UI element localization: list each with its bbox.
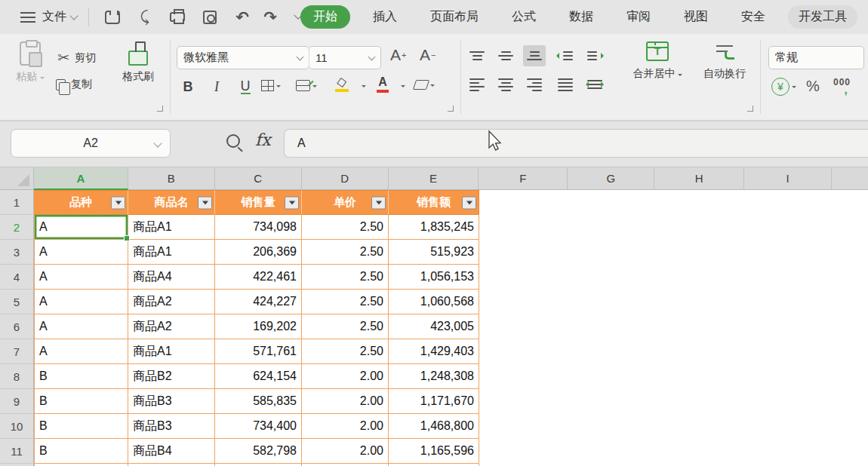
cell[interactable]: 2.50 xyxy=(302,290,389,314)
cell[interactable]: 206,369 xyxy=(215,240,302,265)
print-preview-icon[interactable] xyxy=(200,0,220,34)
cell[interactable]: 商品B3 xyxy=(128,389,215,414)
column-header-h[interactable]: H xyxy=(654,167,744,190)
cell[interactable]: 624,154 xyxy=(215,364,302,389)
row-header-1[interactable]: 1 xyxy=(0,190,34,215)
decrease-indent-button[interactable] xyxy=(554,45,577,66)
header-cell-price[interactable]: 单价 xyxy=(302,190,389,215)
cell[interactable]: 422,461 xyxy=(215,265,302,290)
column-header-c[interactable]: C xyxy=(215,167,302,190)
cell[interactable]: 2.50 xyxy=(302,339,389,364)
cell[interactable]: 2.50 xyxy=(302,215,389,240)
cell-a2-selected[interactable]: A xyxy=(34,215,128,240)
font-name-select[interactable]: 微软雅黑 xyxy=(177,46,309,69)
cell[interactable]: A xyxy=(34,265,128,290)
column-header-g[interactable]: G xyxy=(568,167,654,190)
cell[interactable]: 582,798 xyxy=(215,439,302,464)
filter-button[interactable] xyxy=(111,196,125,209)
select-all-corner[interactable] xyxy=(0,167,34,190)
cell[interactable]: 2.50 xyxy=(302,240,389,265)
cell[interactable]: 2.00 xyxy=(302,439,389,464)
file-chevron-icon[interactable] xyxy=(71,0,77,34)
save-icon[interactable] xyxy=(103,0,122,34)
cell[interactable]: 商品A2 xyxy=(128,290,215,314)
row-header-10[interactable]: 10 xyxy=(0,414,34,439)
cell[interactable]: 商品A1 xyxy=(128,339,215,364)
tab-insert[interactable]: 插入 xyxy=(362,5,408,29)
cell[interactable]: 1,835,245 xyxy=(389,215,479,240)
cut-button[interactable]: ✂ 剪切 xyxy=(57,49,96,66)
row-header-3[interactable]: 3 xyxy=(0,240,34,265)
print-icon[interactable] xyxy=(168,0,187,34)
cell[interactable]: 571,761 xyxy=(215,339,302,364)
column-header-d[interactable]: D xyxy=(302,167,389,190)
filter-button[interactable] xyxy=(371,196,386,209)
row-header-6[interactable]: 6 xyxy=(0,314,34,339)
fill-color-button[interactable]: ◇ xyxy=(335,75,349,92)
cell[interactable]: 2.00 xyxy=(302,414,389,439)
row-header-7[interactable]: 7 xyxy=(0,339,34,364)
currency-button[interactable]: ¥ xyxy=(771,78,796,96)
row-header-11[interactable]: 11 xyxy=(0,439,34,464)
row-header-4[interactable]: 4 xyxy=(0,265,34,290)
font-size-select[interactable]: 11 xyxy=(309,46,381,69)
cell[interactable]: A xyxy=(34,290,128,314)
align-middle-button[interactable] xyxy=(494,45,517,66)
cell[interactable]: 515,923 xyxy=(389,240,479,265)
fill-color-dropdown[interactable] xyxy=(399,84,405,88)
cell[interactable]: 商品A1 xyxy=(128,215,215,240)
comma-style-button[interactable]: 000, xyxy=(833,78,851,93)
cell[interactable]: 1,056,153 xyxy=(389,265,479,290)
tab-security[interactable]: 安全 xyxy=(731,5,776,29)
merge-center-button[interactable]: T 合并居中 xyxy=(625,41,690,81)
cell[interactable]: 1,060,568 xyxy=(389,290,479,314)
cell[interactable]: 734,098 xyxy=(215,215,302,240)
cell[interactable]: B xyxy=(34,364,128,389)
percent-button[interactable]: % xyxy=(806,78,820,95)
row-header-8[interactable]: 8 xyxy=(0,364,34,389)
cell[interactable]: B xyxy=(34,389,128,414)
tab-formulas[interactable]: 公式 xyxy=(501,5,546,29)
cell[interactable]: 商品B3 xyxy=(128,414,215,439)
cell[interactable]: 423,005 xyxy=(389,314,479,339)
alignment-dialog-launcher[interactable] xyxy=(747,106,753,112)
italic-button[interactable]: I xyxy=(202,74,231,100)
cell[interactable]: A xyxy=(34,339,128,364)
undo-icon[interactable]: ↶ xyxy=(232,0,252,34)
bold-button[interactable]: B xyxy=(174,74,202,100)
font-color-button[interactable]: A xyxy=(377,75,389,93)
column-header-partial[interactable] xyxy=(832,167,868,190)
column-header-b[interactable]: B xyxy=(128,167,215,190)
cell[interactable]: 商品A1 xyxy=(128,240,215,265)
increase-font-button[interactable]: A+ xyxy=(390,46,406,64)
align-bottom-button[interactable] xyxy=(523,45,546,66)
name-box[interactable]: A2 xyxy=(11,129,171,158)
filter-button[interactable] xyxy=(285,196,299,209)
paste-button[interactable]: 粘贴 xyxy=(11,41,50,84)
tab-view[interactable]: 视图 xyxy=(673,5,719,29)
increase-indent-button[interactable] xyxy=(583,45,606,66)
row-header-2[interactable]: 2 xyxy=(0,215,34,240)
column-header-f[interactable]: F xyxy=(479,167,568,190)
cell[interactable]: 商品A2 xyxy=(128,314,215,339)
cell[interactable]: 2.00 xyxy=(302,364,389,389)
cell[interactable]: 1,171,670 xyxy=(389,389,479,414)
column-header-e[interactable]: E xyxy=(389,167,479,190)
column-header-a[interactable]: A xyxy=(34,167,128,190)
cell[interactable]: A xyxy=(34,240,128,265)
tab-page-layout[interactable]: 页面布局 xyxy=(420,5,489,29)
row-header-9[interactable]: 9 xyxy=(0,389,34,414)
font-dialog-launcher[interactable] xyxy=(448,106,454,112)
cell[interactable]: 1,248,308 xyxy=(389,364,479,389)
copy-button[interactable]: 复制 xyxy=(56,78,92,91)
cell[interactable]: 1,468,800 xyxy=(389,414,479,439)
cell[interactable]: 商品B2 xyxy=(128,364,215,389)
tab-data[interactable]: 数据 xyxy=(559,5,604,29)
justify-button[interactable] xyxy=(554,74,577,95)
search-icon[interactable] xyxy=(226,134,240,148)
export-icon[interactable]: ⤸ xyxy=(135,0,155,34)
hamburger-icon[interactable] xyxy=(20,0,36,34)
font-color-dropdown[interactable] xyxy=(359,84,366,88)
cell[interactable]: 商品B4 xyxy=(128,439,215,464)
cell[interactable]: 商品A4 xyxy=(128,265,215,290)
